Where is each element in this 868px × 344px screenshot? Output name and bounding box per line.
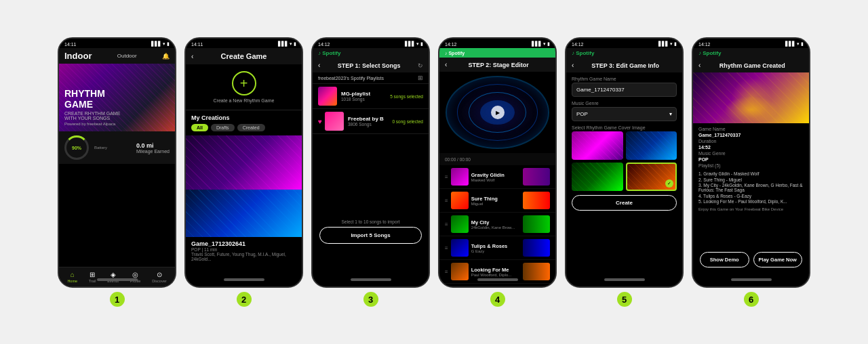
s5-content: Rhythm Game Name Game_1712470337 Music G… — [566, 72, 682, 217]
filter-row: All Drafts Created — [186, 124, 302, 135]
time-5: 14:12 — [572, 42, 584, 47]
drag-icon-2[interactable]: ≡ — [445, 198, 448, 204]
game-thumbnail-2 — [186, 190, 302, 237]
drag-icon-4[interactable]: ≡ — [445, 245, 448, 251]
drag-icon-5[interactable]: ≡ — [445, 269, 448, 275]
game-info: Game_1712302641 POP | 11 min Travis Scot… — [186, 237, 302, 265]
outdoor-toggle[interactable]: Outdoor — [117, 53, 137, 59]
cover-option-2[interactable] — [626, 131, 677, 160]
bottom-nav: ⌂ Home ⊞ Trail ◈ Events ◎ Profile — [59, 267, 175, 286]
battery-icon-3: ▮ — [420, 41, 423, 47]
genre-select[interactable]: POP ▾ — [572, 107, 677, 121]
step-header-3: ‹ STEP 1: Select Songs ↻ — [313, 58, 429, 72]
play-game-button[interactable]: Play Game Now — [753, 252, 803, 267]
bell-icon[interactable]: 🔔 — [162, 53, 170, 60]
empty-area-3 — [313, 134, 429, 215]
plus-button[interactable]: + — [232, 71, 256, 95]
s6-song-4: 4. Tulips & Roses - G-Eazy — [698, 194, 804, 198]
mileage-group: 0.0 mi Mileage Earned — [136, 142, 170, 154]
song-preview-looking — [523, 263, 550, 280]
game-name-input[interactable]: Game_1712470337 — [572, 83, 677, 97]
select-hint: Select 1 to 10 songs to import — [319, 219, 422, 224]
wifi-icon: ▾ — [163, 41, 165, 47]
song-info-sure: Sure Thing Miguel — [471, 196, 520, 206]
spotify-logo-6: ♪ Spotify — [698, 50, 721, 56]
status-icons-3: ▋▋▋ ▾ ▮ — [405, 41, 423, 47]
filter-drafts[interactable]: Drafts — [211, 124, 235, 131]
song-thumb-looking — [451, 263, 469, 280]
playlist-name-1: MG-playlist — [341, 91, 390, 97]
status-icons-6: ▋▋▋ ▾ ▮ — [785, 41, 804, 47]
timeline: 00:00 / 00:00 — [439, 153, 555, 165]
genre-val-6: POP — [698, 157, 709, 162]
s6-header: ‹ Rhythm Game Created — [693, 58, 809, 72]
cover-option-4[interactable]: ✓ — [626, 163, 677, 191]
time-2: 14:11 — [191, 42, 203, 47]
spotify-logo-3: ♪ Spotify — [318, 50, 340, 56]
playlist-mg[interactable]: MG-playlist 1018 Songs 5 songs selected — [313, 84, 429, 109]
status-icons-5: ▋▋▋ ▾ ▮ — [658, 41, 677, 47]
discover-icon: ⊙ — [157, 271, 162, 278]
song-thumb-tulips — [451, 239, 469, 257]
create-new-area: + Create a New Rhythm Game — [186, 64, 302, 110]
screens-container: 14:11 ▋▋▋ ▾ ▮ Indoor Outdoor 🔔 — [44, 24, 824, 320]
time-1: 14:11 — [64, 42, 77, 47]
song-artist-gravity: Masked Wolf — [471, 178, 520, 182]
song-preview-tulips — [523, 239, 550, 257]
s6-hero — [693, 72, 809, 123]
hero-title: RHYTHMGAME — [64, 89, 120, 110]
spotify-bar-6: ♪ Spotify — [693, 48, 809, 58]
selected-badge-1: 5 songs selected — [390, 94, 423, 99]
drag-icon-1[interactable]: ≡ — [445, 174, 448, 180]
s1-content: Indoor Outdoor 🔔 RHYTHMGAME CREATE RHYTH… — [59, 48, 175, 286]
nav-home-label: Home — [67, 279, 77, 283]
duration-val-row: 14:52 — [698, 145, 804, 150]
battery-circle: 90% — [64, 135, 89, 160]
create-button-5[interactable]: Create — [572, 195, 677, 211]
step-number-2: 2 — [237, 292, 252, 307]
back-button-2[interactable]: ‹ — [191, 53, 193, 60]
song-info-tulips: Tulips & Roses G Eazy — [471, 243, 520, 253]
s6-song-5: 5. Looking For Me - Paul Woolford, Diplo… — [698, 199, 804, 204]
home-indicator-5 — [604, 278, 645, 281]
filter-all[interactable]: All — [191, 124, 208, 131]
playlist-freebeat[interactable]: ♥ Freebeat by B 3806 Songs 0 song select… — [313, 109, 429, 134]
trail-icon: ⊞ — [90, 271, 95, 278]
spotify-bar-3: ♪ Spotify — [313, 48, 429, 58]
home-icon: ⌂ — [71, 271, 75, 278]
nav-profile[interactable]: ◎ Profile — [130, 271, 141, 283]
nav-discover-label: Discover — [152, 279, 166, 283]
song-info-looking: Looking For Me Paul Woolford, Diplo... — [471, 267, 520, 277]
game-name-val-row: Game_1712470337 — [698, 133, 804, 137]
hero-banner: RHYTHMGAME CREATE RHYTHM GAMEWITH YOUR S… — [59, 64, 175, 131]
screen-6: 14:12 ▋▋▋ ▾ ▮ ♪ Spotify ‹ Rhythm Game Cr… — [692, 37, 810, 288]
cover-label-5: Select Rhythm Game Cover Image — [572, 125, 677, 130]
nav-trail[interactable]: ⊞ Trail — [89, 271, 96, 283]
grid-icon[interactable]: ⊞ — [418, 74, 423, 81]
filter-created[interactable]: Created — [237, 124, 265, 131]
song-title-city: My City — [471, 219, 520, 225]
import-button[interactable]: Import 5 Songs — [319, 227, 422, 244]
play-button-video[interactable]: ▶ — [491, 106, 505, 119]
cover-option-3[interactable] — [572, 163, 623, 191]
mileage-label: Mileage Earned — [136, 149, 170, 154]
battery-icon-6: ▮ — [801, 41, 804, 47]
status-bar-1: 14:11 ▋▋▋ ▾ ▮ — [59, 39, 175, 48]
refresh-icon[interactable]: ↻ — [418, 62, 423, 69]
show-demo-button[interactable]: Show Demo — [700, 252, 749, 267]
hero-text: RHYTHMGAME CREATE RHYTHM GAMEWITH YOUR S… — [64, 89, 120, 126]
song-artist-tulips: G Eazy — [471, 249, 520, 253]
back-button-3[interactable]: ‹ — [318, 62, 320, 69]
game-name-2: Game_1712302641 — [191, 240, 296, 247]
s6-title: Rhythm Game Created — [701, 62, 804, 69]
s6-song-2: 2. Sure Thing - Miguel — [698, 177, 804, 182]
s5-step-title: STEP 3: Edit Game Info — [574, 62, 677, 69]
step-number-5: 5 — [617, 292, 632, 307]
nav-home[interactable]: ⌂ Home — [67, 271, 77, 283]
nav-discover[interactable]: ⊙ Discover — [152, 271, 166, 283]
cover-option-1[interactable] — [572, 131, 623, 160]
nav-events[interactable]: ◈ Events — [107, 271, 119, 283]
song-artist-city: 24kGoldin, Kane Brow... — [471, 225, 520, 230]
drag-icon-3[interactable]: ≡ — [445, 221, 448, 228]
signal-icon-4: ▋▋▋ — [532, 41, 542, 47]
